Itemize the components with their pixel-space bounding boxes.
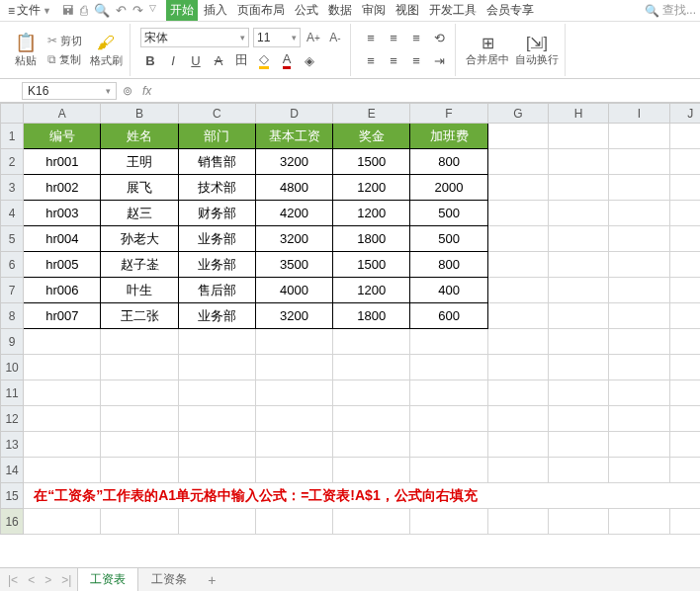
- cell[interactable]: 1500: [333, 149, 410, 175]
- cell[interactable]: [487, 329, 548, 355]
- cell[interactable]: [410, 432, 487, 458]
- cell[interactable]: [178, 355, 255, 380]
- cell[interactable]: [178, 329, 255, 355]
- cell[interactable]: [669, 329, 700, 355]
- cell[interactable]: [548, 303, 608, 329]
- cell[interactable]: [609, 380, 669, 406]
- function-icon[interactable]: ⊚: [119, 84, 136, 98]
- cell[interactable]: 400: [410, 278, 487, 303]
- column-header[interactable]: D: [255, 104, 332, 124]
- cell[interactable]: [487, 252, 548, 278]
- decrease-font-button[interactable]: A-: [326, 29, 344, 46]
- cell[interactable]: hr004: [24, 226, 101, 252]
- cell[interactable]: [487, 124, 548, 149]
- cell[interactable]: [669, 149, 700, 175]
- cell[interactable]: [609, 149, 669, 175]
- cell[interactable]: [548, 458, 608, 483]
- cell[interactable]: [24, 509, 101, 535]
- cell[interactable]: [548, 380, 608, 406]
- align-middle-button[interactable]: ≡: [384, 28, 403, 47]
- cell[interactable]: [548, 201, 608, 226]
- cell[interactable]: 销售部: [178, 149, 255, 175]
- cell[interactable]: 2000: [410, 175, 487, 201]
- underline-button[interactable]: U: [186, 50, 206, 70]
- cell[interactable]: [609, 124, 669, 149]
- font-name-select[interactable]: 宋体▾: [140, 28, 249, 47]
- column-header[interactable]: C: [178, 104, 255, 124]
- font-size-select[interactable]: 11▾: [253, 28, 301, 47]
- undo-icon[interactable]: ↶: [116, 3, 127, 18]
- cell[interactable]: 赵子崟: [101, 252, 178, 278]
- cell[interactable]: 600: [410, 303, 487, 329]
- column-header[interactable]: J: [669, 104, 700, 124]
- cell[interactable]: [669, 432, 700, 458]
- cell[interactable]: 孙老大: [101, 226, 178, 252]
- row-header[interactable]: 11: [1, 380, 24, 406]
- cell[interactable]: [255, 329, 332, 355]
- cell[interactable]: 3500: [255, 252, 332, 278]
- cell[interactable]: [487, 432, 548, 458]
- column-header[interactable]: H: [548, 104, 608, 124]
- row-header[interactable]: 15: [1, 483, 24, 509]
- cell[interactable]: [255, 380, 332, 406]
- cell[interactable]: [178, 458, 255, 483]
- cell[interactable]: 王明: [101, 149, 178, 175]
- strike-button[interactable]: A: [209, 50, 228, 70]
- cell[interactable]: 1200: [333, 175, 410, 201]
- cell[interactable]: [101, 509, 178, 535]
- cell[interactable]: [487, 509, 548, 535]
- align-right-button[interactable]: ≡: [406, 50, 426, 70]
- cell[interactable]: 4800: [255, 175, 332, 201]
- cell[interactable]: 800: [410, 252, 487, 278]
- cell[interactable]: hr001: [24, 149, 101, 175]
- increase-font-button[interactable]: A+: [305, 29, 322, 46]
- row-header[interactable]: 8: [1, 303, 24, 329]
- cell[interactable]: 4200: [255, 201, 332, 226]
- row-header[interactable]: 9: [1, 329, 24, 355]
- cell[interactable]: [24, 380, 101, 406]
- row-header[interactable]: 6: [1, 252, 24, 278]
- border-button[interactable]: 田: [231, 50, 251, 70]
- cell[interactable]: 技术部: [178, 175, 255, 201]
- cell[interactable]: [487, 226, 548, 252]
- cell[interactable]: 1200: [333, 278, 410, 303]
- orientation-button[interactable]: ⟲: [429, 28, 449, 47]
- cell[interactable]: [24, 406, 101, 432]
- cell[interactable]: [609, 329, 669, 355]
- cell[interactable]: [487, 406, 548, 432]
- cell[interactable]: [669, 278, 700, 303]
- cell[interactable]: [333, 380, 410, 406]
- cell[interactable]: [669, 124, 700, 149]
- cell[interactable]: [255, 355, 332, 380]
- cell[interactable]: [669, 175, 700, 201]
- cell[interactable]: hr007: [24, 303, 101, 329]
- column-header[interactable]: I: [609, 104, 669, 124]
- row-header[interactable]: 3: [1, 175, 24, 201]
- cell[interactable]: [333, 406, 410, 432]
- cell[interactable]: [609, 432, 669, 458]
- cell[interactable]: 编号: [24, 124, 101, 149]
- cell[interactable]: [178, 509, 255, 535]
- cut-button[interactable]: ✂剪切: [45, 33, 84, 49]
- cell[interactable]: 500: [410, 201, 487, 226]
- cell[interactable]: [178, 432, 255, 458]
- format-painter-button[interactable]: 🖌 格式刷: [86, 33, 126, 68]
- cell[interactable]: [669, 226, 700, 252]
- cell[interactable]: 业务部: [178, 252, 255, 278]
- column-header[interactable]: F: [410, 104, 487, 124]
- wrap-text-button[interactable]: [⇲] 自动换行: [513, 34, 561, 67]
- ribbon-tab[interactable]: 视图: [392, 0, 423, 21]
- column-header[interactable]: B: [101, 104, 178, 124]
- sheet-tab[interactable]: 工资表: [77, 567, 138, 591]
- ribbon-tab[interactable]: 会员专享: [482, 0, 538, 21]
- cell[interactable]: [548, 149, 608, 175]
- cell[interactable]: 1500: [333, 252, 410, 278]
- cell[interactable]: [101, 432, 178, 458]
- cell[interactable]: 叶生: [101, 278, 178, 303]
- cell[interactable]: [333, 432, 410, 458]
- cell[interactable]: 奖金: [333, 124, 410, 149]
- column-header[interactable]: A: [24, 104, 101, 124]
- cell[interactable]: [609, 509, 669, 535]
- cell[interactable]: 3200: [255, 149, 332, 175]
- cell[interactable]: 3200: [255, 303, 332, 329]
